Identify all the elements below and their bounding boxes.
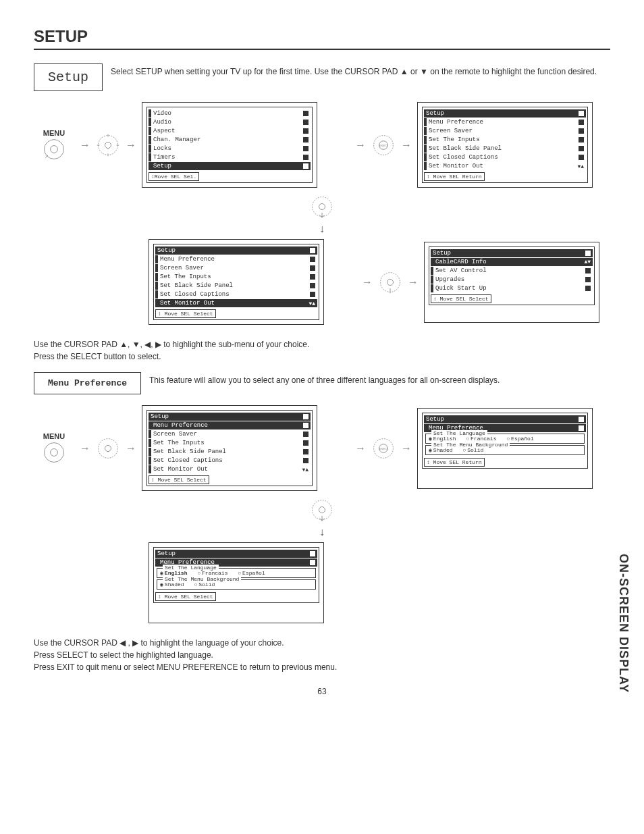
svg-point-14 — [105, 445, 111, 451]
osd-footer: ↕ Move SEL Select — [149, 475, 209, 484]
menu-right-icon — [303, 155, 308, 160]
osd-item-label: Set The Inputs — [160, 273, 211, 280]
osd-item-label: Audio — [153, 119, 171, 126]
menu-pref-title-box: Menu Preference — [34, 372, 141, 394]
osd-item-label: Set Monitor Out — [160, 300, 215, 307]
flow-row-4: Setup Menu Preference Set The Language E… — [149, 542, 610, 623]
bg-option: Shaded — [160, 581, 184, 588]
arrow-right-icon: → — [401, 139, 412, 151]
bottom-text-3: Press EXIT to quit menu or select MENU P… — [34, 661, 610, 673]
dpad-down-icon — [378, 270, 402, 294]
arrow-right-icon: → — [355, 139, 366, 151]
lang-option: Francais — [466, 436, 496, 442]
bg-group-label: Set The Menu Background — [163, 576, 241, 582]
osd-item-label: Menu Preference — [160, 256, 215, 263]
osd-pref-detail-2: Setup Menu Preference Set The Language E… — [153, 547, 319, 603]
dpad-down-icon — [310, 498, 334, 522]
scroll-more-icon: ▼▲ — [308, 301, 315, 307]
select-button-icon: SELECT — [371, 133, 396, 157]
menu-right-icon — [310, 292, 315, 297]
svg-point-3 — [105, 142, 111, 148]
osd-pref-detail-2-wrap: Setup Menu Preference Set The Language E… — [149, 542, 324, 623]
menu-right-icon — [303, 423, 308, 428]
osd-setup-pref: Setup Menu Preference Screen Saver Set T… — [146, 410, 313, 486]
osd-item-label: Set The Inputs — [429, 136, 480, 143]
svg-point-13 — [99, 438, 118, 458]
osd-footer: ↕ Move SEL Select — [431, 294, 491, 303]
bg-group-label: Set The Menu Background — [431, 442, 510, 448]
dpad-icon — [96, 133, 120, 157]
menu-right-icon — [303, 128, 308, 134]
arrow-right-icon: → — [80, 442, 90, 454]
menu-right-icon — [579, 155, 584, 160]
osd-item-label: Video — [153, 110, 171, 117]
arrow-right-icon: → — [126, 139, 136, 151]
osd-item-label: Set Black Side Panel — [160, 282, 233, 289]
osd-item-label: Aspect — [153, 128, 175, 134]
osd-setup-menu-2-wrap: Setup Menu Preference Screen Saver Set T… — [149, 239, 324, 325]
osd-item-label: Set AV Control — [435, 267, 487, 274]
osd-setup-menu-1: Setup Menu Preference Screen Saver Set T… — [422, 107, 588, 183]
osd-main-menu-wrap: Video Audio Aspect Chan. Manager Locks T… — [142, 102, 317, 188]
lang-option: English — [160, 570, 187, 576]
flow-row-2: Setup Menu Preference Screen Saver Set T… — [149, 239, 610, 325]
osd-item-label: Set Black Side Panel — [429, 145, 502, 152]
osd-pref-detail-1: Setup Menu Preference Set The Language E… — [422, 413, 588, 469]
bg-option: Shaded — [429, 447, 453, 453]
menu-right-icon — [585, 268, 591, 273]
menu-icon — [310, 248, 315, 253]
osd-pref-detail-1-wrap: Setup Menu Preference Set The Language E… — [417, 408, 593, 489]
bottom-text-block: Use the CURSOR PAD ◀ , ▶ to highlight th… — [34, 637, 610, 673]
osd-title-label: Setup — [157, 550, 176, 557]
osd-setup-menu-1-wrap: Setup Menu Preference Screen Saver Set T… — [417, 102, 593, 188]
flow-section-2: MENU → → Setup Menu Preference Screen Sa… — [34, 405, 610, 623]
osd-title-label: Setup — [426, 416, 444, 423]
osd-setup-menu-3-wrap: Setup CableCARD Info▲▼ Set AV Control Up… — [424, 242, 599, 323]
menu-icon — [579, 111, 584, 116]
arrow-right-icon: → — [362, 276, 373, 288]
side-section-label: ON-SCREEN DISPLAY — [616, 554, 630, 693]
lang-option: English — [429, 436, 456, 442]
arrow-right-icon: → — [126, 442, 136, 454]
setup-title-box: Setup — [34, 63, 103, 91]
menu-right-icon — [303, 440, 308, 446]
menu-right-icon — [303, 111, 308, 116]
mid-text-2: Press the SELECT button to select. — [34, 350, 610, 363]
menu-right-icon — [303, 146, 308, 151]
osd-item-label: Timers — [153, 154, 175, 161]
osd-item-label: Set The Inputs — [153, 440, 205, 446]
menu-right-icon — [579, 137, 584, 142]
dpad-down-icon — [310, 194, 334, 219]
arrow-right-icon: → — [401, 442, 412, 454]
menu-right-icon — [303, 137, 308, 142]
bg-option: Solid — [462, 447, 483, 453]
dpad-icon — [96, 436, 120, 461]
osd-item-label: Quick Start Up — [435, 285, 487, 292]
lang-group-label: Set The Language — [163, 565, 219, 571]
arrow-right-icon: → — [355, 442, 366, 454]
menu-right-icon — [303, 163, 308, 169]
menu-right-icon — [303, 458, 308, 463]
bg-option: Solid — [194, 581, 215, 588]
menu-right-icon — [303, 449, 308, 454]
osd-footer: ↕Move SEL Sel. — [149, 172, 199, 181]
menu-right-icon — [303, 120, 308, 125]
osd-setup-pref-wrap: Setup Menu Preference Screen Saver Set T… — [142, 405, 317, 491]
scroll-more-icon: ▼▲ — [577, 163, 584, 170]
svg-point-11 — [45, 442, 64, 462]
osd-footer: ↕ Move SEL Select — [155, 592, 216, 601]
svg-point-2 — [99, 135, 118, 155]
scroll-more-icon: ▼▲ — [302, 467, 308, 473]
menu-right-icon — [585, 277, 591, 282]
setup-intro-text: Select SETUP when setting your TV up for… — [111, 63, 597, 78]
page-number: 63 — [34, 687, 610, 696]
svg-point-19 — [319, 507, 325, 513]
menu-right-icon — [310, 274, 315, 280]
menu-right-icon — [303, 432, 308, 437]
flow-section-1: MENU → → Video Audio Aspect Chan. Manage… — [34, 102, 610, 325]
osd-item-label: Screen Saver — [153, 431, 197, 438]
menu-icon — [303, 414, 308, 419]
menu-right-icon — [579, 120, 584, 125]
menu-right-icon — [585, 286, 591, 291]
osd-footer: ↕ Move SEL Return — [424, 458, 485, 467]
